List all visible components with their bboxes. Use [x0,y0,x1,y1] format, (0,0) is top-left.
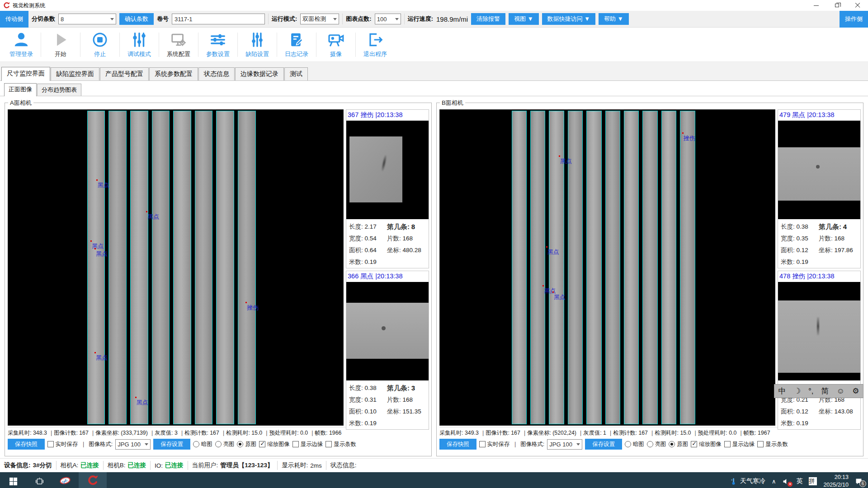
weather-tray-item[interactable]: 天气寒冷 [730,477,765,485]
help-menu-button[interactable]: 帮助 ▼ [599,13,628,25]
realtime-save-checkbox[interactable] [47,441,54,447]
defect-thumbnail[interactable] [778,282,860,380]
thermometer-icon [730,478,737,485]
restore-button[interactable] [826,0,847,11]
show-edge-checkbox[interactable] [724,441,731,447]
zoom-image-checkbox[interactable] [259,441,265,447]
roll-no-input[interactable] [172,14,265,24]
hidden-icons-chevron[interactable]: ∧ [772,478,776,485]
data-quick-access-button[interactable]: 数据快捷访问 ▼ [542,13,595,25]
exit-program-button[interactable]: 退出程序 [356,30,395,60]
dark-image-radio[interactable] [193,441,199,447]
start-menu-button[interactable] [0,472,26,488]
view-menu-button[interactable]: 视图 ▼ [509,13,538,25]
defect-entry-header[interactable]: 366 黑点 |20:13:38 [346,271,429,282]
ime-emoji-button[interactable]: ☺ [837,387,844,396]
defect-type: 黑点 [360,272,373,280]
mute-badge: ✕ [788,482,793,487]
debug-mode-button[interactable]: 调试模式 [120,30,159,60]
io-label: IO: [155,462,163,469]
notification-center-button[interactable]: 6 [855,478,863,485]
ime-indicator[interactable]: 拼 [809,477,817,485]
defect-marker-label: 挫伤 [684,134,695,142]
language-indicator[interactable]: 英 [796,477,802,485]
realtime-save-checkbox[interactable] [479,441,486,447]
save-settings-button[interactable]: 保存设置 [153,439,190,450]
tab-system-param-config[interactable]: 系统参数配置 [149,67,198,80]
bright-image-radio[interactable] [215,441,222,447]
film-strip [642,111,657,424]
volume-tray-item[interactable]: ✕ [782,478,790,485]
chevron-down-icon [395,18,399,20]
stop-button[interactable]: 停止 [80,30,119,60]
tab-size-monitor[interactable]: 尺寸监控界面 [1,67,50,81]
tab-defect-monitor[interactable]: 缺陷监控界面 [51,67,99,80]
minimize-button[interactable] [806,0,826,11]
panel-b-controls: 保存快照 实时保存 ｜图像格式: JPG 100 保存设置 暗图 亮图 原图 缩… [439,439,861,450]
clear-alarm-button[interactable]: 清除报警 [471,13,505,25]
defect-marker-label: 黑点 [96,354,108,362]
system-config-button[interactable]: 系统配置 [159,30,198,60]
defect-thumbnail[interactable] [346,121,429,219]
camera-b-view[interactable]: 挫伤黑点黑点黑点黑点 [439,109,775,426]
image-format-select[interactable]: JPG 100 [115,439,151,450]
drive-side-button[interactable]: 传动侧 [0,11,28,28]
parameter-settings-button[interactable]: 参数设置 [198,30,237,60]
panel-b-groupbox: B面相机 挫伤黑点黑点黑点黑点 479 黑点 |20:13:38 长度: 0.3… [436,103,863,456]
defect-entry-header[interactable]: 479 黑点 |20:13:38 [778,110,860,121]
ime-mode-button[interactable]: 中 [778,386,786,396]
chart-points-select[interactable]: 100 [375,14,401,24]
defect-entry: 367 挫伤 |20:13:38 长度: 2.17 第几条: 8 宽度: 0.5… [346,109,429,268]
defect-thumbnail[interactable] [346,282,429,380]
defect-settings-button[interactable]: 缺陷设置 [238,30,277,60]
save-snapshot-button[interactable]: 保存快照 [439,439,476,450]
ime-halfwidth-icon[interactable]: ☽ [794,386,801,396]
zoom-image-checkbox[interactable] [691,441,697,447]
panel-a-title: A面相机 [8,99,33,107]
film-strip-region [512,111,695,424]
recording-button[interactable]: 摄像 [316,30,355,60]
original-image-radio[interactable] [669,441,675,447]
defect-marker-label: 黑点 [98,181,109,189]
divider [268,14,269,24]
show-count-checkbox[interactable] [326,441,332,447]
slit-count-select[interactable]: 8 [58,14,116,24]
defect-id: 366 [348,272,359,280]
original-image-radio[interactable] [237,441,243,447]
logbook-icon [288,31,305,48]
task-view-button[interactable] [26,472,52,488]
subtab-distribution-trend[interactable]: 分布趋势图表 [37,84,81,96]
defect-thumbnail[interactable] [778,121,860,219]
tab-status-info[interactable]: 状态信息 [198,67,235,80]
ime-punctuation-button[interactable]: °, [808,387,814,396]
show-count-checkbox[interactable] [757,441,764,447]
operate-side-button[interactable]: 操作侧 [840,11,868,28]
defect-entry: 478 挫伤 |20:13:38 长度: 0.57 第几条: 3 宽度: 0.2… [778,271,861,430]
tab-edge-data-record[interactable]: 边缘数据记录 [235,67,284,80]
close-button[interactable] [847,0,868,11]
start-button[interactable]: 开始 [41,30,80,60]
ime-settings-button[interactable]: ⚙ [852,386,859,396]
run-mode-select[interactable]: 双面检测 [300,14,339,24]
dark-image-radio[interactable] [625,441,631,447]
snipping-tool-button[interactable]: ✂ [52,472,79,488]
defect-entry-header[interactable]: 367 挫伤 |20:13:38 [346,110,429,121]
tab-product-model-config[interactable]: 产品型号配置 [100,67,149,80]
save-settings-button[interactable]: 保存设置 [585,439,622,450]
log-record-button[interactable]: 日志记录 [277,30,316,60]
ime-charset-button[interactable]: 简 [821,386,829,396]
bright-image-radio[interactable] [647,441,653,447]
image-format-select[interactable]: JPG 100 [547,439,582,450]
defect-entry-header[interactable]: 478 挫伤 |20:13:38 [778,271,860,282]
confirm-count-button[interactable]: 确认条数 [119,13,154,25]
subtab-front-image[interactable]: 正面图像 [4,83,37,96]
save-snapshot-button[interactable]: 保存快照 [8,439,45,450]
inspection-app-taskbar-button[interactable] [79,472,107,488]
admin-login-button[interactable]: 管理登录 [2,30,41,60]
tab-test[interactable]: 测试 [284,67,308,80]
show-edge-checkbox[interactable] [292,441,299,447]
image-format-label: 图像格式: [520,441,544,448]
io-status: 已连接 [165,461,184,469]
camera-a-view[interactable]: 黑点黑点黑点黑点挫伤黑点黑点 [8,109,344,426]
clock-tray-item[interactable]: 20:13 2025/2/10 [823,474,849,488]
